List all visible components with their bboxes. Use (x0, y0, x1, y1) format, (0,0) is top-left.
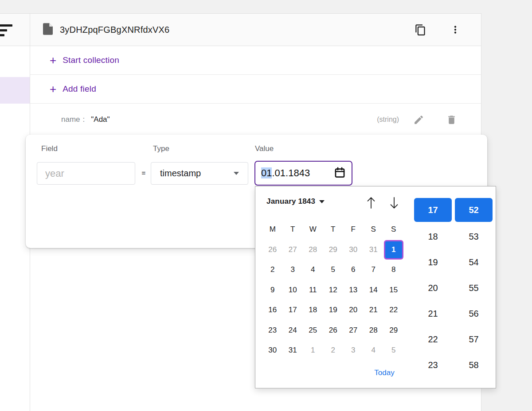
field-colon: : (83, 115, 85, 124)
hour-list: 17181920212223 (414, 198, 452, 378)
calendar-day-cell[interactable]: 26 (262, 240, 283, 260)
calendar-day-cell[interactable]: 10 (283, 280, 303, 300)
calendar-day-cell[interactable]: 28 (364, 320, 384, 341)
calendar-day-cell[interactable]: 2 (262, 260, 283, 280)
calendar-day-cell[interactable]: 16 (262, 300, 283, 321)
calendar-day-cell[interactable]: 3 (343, 341, 364, 361)
copy-icon[interactable] (415, 24, 426, 36)
calendar-day-cell[interactable]: 4 (303, 260, 323, 280)
calendar-day-cell[interactable]: 5 (383, 341, 404, 361)
header-actions (415, 24, 461, 36)
calendar-day-cell[interactable]: 12 (323, 280, 344, 300)
calendar-day-cell[interactable]: 29 (383, 320, 404, 341)
hour-option[interactable]: 21 (414, 301, 452, 326)
add-field-button[interactable]: + Add field (30, 75, 481, 104)
hour-option[interactable]: 18 (414, 224, 452, 249)
weekday-label: F (343, 222, 364, 237)
document-icon (43, 23, 53, 37)
calendar-day-cell[interactable]: 3 (283, 260, 303, 280)
minute-option[interactable]: 56 (455, 301, 493, 326)
document-header: 3yDHZpqFGBgXNRfdxVX6 (30, 14, 481, 46)
calendar-day-cell[interactable]: 14 (364, 280, 384, 300)
field-name-input[interactable] (37, 162, 135, 185)
field-row-name: name : "Ada" (string) (30, 104, 481, 136)
month-dropdown[interactable]: January 1843 (266, 197, 325, 206)
calendar-day-cell[interactable]: 7 (364, 260, 384, 280)
hour-option[interactable]: 22 (414, 326, 452, 352)
edit-pencil-icon[interactable] (413, 114, 424, 125)
selected-document-row[interactable] (0, 77, 30, 104)
calendar-day-cell[interactable]: 4 (364, 341, 384, 361)
type-select-value: timestamp (160, 168, 201, 178)
calendar-day-cell[interactable]: 6 (343, 260, 364, 280)
today-link[interactable]: Today (374, 368, 394, 377)
calendar-icon[interactable] (334, 167, 346, 180)
calendar-day-cell[interactable]: 21 (364, 300, 384, 321)
date-picker-popup: January 1843 MTWTFSS 2627282930311234567… (255, 186, 496, 388)
start-collection-label: Start collection (63, 55, 119, 65)
plus-icon: + (50, 83, 56, 95)
calendar-day-cell[interactable]: 31 (283, 341, 303, 361)
calendar-day-cell[interactable]: 1 (303, 341, 323, 361)
month-label: January 1843 (266, 197, 315, 206)
calendar-day-cell[interactable]: 17 (283, 300, 303, 321)
hour-option[interactable]: 19 (414, 249, 452, 275)
start-collection-button[interactable]: + Start collection (30, 46, 481, 75)
calendar-day-cell[interactable]: 27 (343, 320, 364, 341)
calendar-day-cell[interactable]: 30 (343, 240, 364, 260)
calendar-day-cell[interactable]: 22 (383, 300, 404, 321)
calendar-day-cell[interactable]: 5 (323, 260, 344, 280)
field-label: Field (41, 144, 58, 153)
selected-day: 1 (385, 241, 402, 258)
date-rest-segment: .01.1843 (272, 167, 310, 178)
filter-list-icon[interactable] (0, 24, 13, 36)
type-label: Type (153, 144, 169, 153)
calendar-day-cell[interactable]: 27 (283, 240, 303, 260)
calendar-day-cell[interactable]: 30 (262, 341, 283, 361)
weekday-label: M (262, 222, 283, 237)
type-select[interactable]: timestamp (151, 162, 248, 185)
weekday-row: MTWTFSS (262, 222, 404, 237)
hour-option[interactable]: 17 (414, 198, 452, 222)
calendar-up-arrow-icon[interactable] (364, 194, 378, 211)
overflow-menu-icon[interactable] (450, 24, 461, 35)
value-label: Value (255, 144, 274, 153)
calendar-day-cell[interactable]: 26 (323, 320, 344, 341)
date-value-input[interactable]: 01.01.1843 (254, 161, 352, 186)
calendar-day-cell[interactable]: 2 (323, 341, 344, 361)
calendar-day-cell[interactable]: 23 (262, 320, 283, 341)
calendar-day-cell[interactable]: 20 (343, 300, 364, 321)
chevron-down-icon (234, 172, 239, 175)
calendar-day-cell[interactable]: 24 (283, 320, 303, 341)
minute-option[interactable]: 58 (455, 352, 493, 378)
calendar-day-cell[interactable]: 8 (383, 260, 404, 280)
calendar-day-cell[interactable]: 25 (303, 320, 323, 341)
weekday-label: T (323, 222, 344, 237)
hour-option[interactable]: 20 (414, 275, 452, 301)
calendar-down-arrow-icon[interactable] (387, 194, 401, 211)
minute-option[interactable]: 55 (455, 275, 493, 301)
hour-option[interactable]: 23 (414, 352, 452, 378)
calendar-day-cell[interactable]: 9 (262, 280, 283, 300)
calendar-day-cell[interactable]: 11 (303, 280, 323, 300)
trash-icon[interactable] (446, 114, 457, 125)
weekday-label: S (383, 222, 404, 237)
calendar-day-cell[interactable]: 31 (364, 240, 384, 260)
add-field-label: Add field (63, 84, 96, 94)
calendar-day-cell[interactable]: 15 (383, 280, 404, 300)
minute-option[interactable]: 53 (455, 224, 493, 249)
month-caret-icon (319, 200, 325, 203)
minute-option[interactable]: 54 (455, 249, 493, 275)
calendar-day-cell[interactable]: 18 (303, 300, 323, 321)
minute-option[interactable]: 57 (455, 326, 493, 352)
calendar-day-cell[interactable]: 13 (343, 280, 364, 300)
minute-option[interactable]: 52 (455, 198, 493, 222)
date-day-segment: 01 (261, 167, 272, 178)
calendar-day-cell[interactable]: 19 (323, 300, 344, 321)
calendar-day-cell[interactable]: 1 (383, 240, 404, 260)
date-text: 01.01.1843 (261, 167, 313, 179)
calendar-day-cell[interactable]: 28 (303, 240, 323, 260)
calendar-day-cell[interactable]: 29 (323, 240, 344, 260)
field-value: "Ada" (91, 115, 110, 124)
documents-toolbar (0, 14, 30, 46)
